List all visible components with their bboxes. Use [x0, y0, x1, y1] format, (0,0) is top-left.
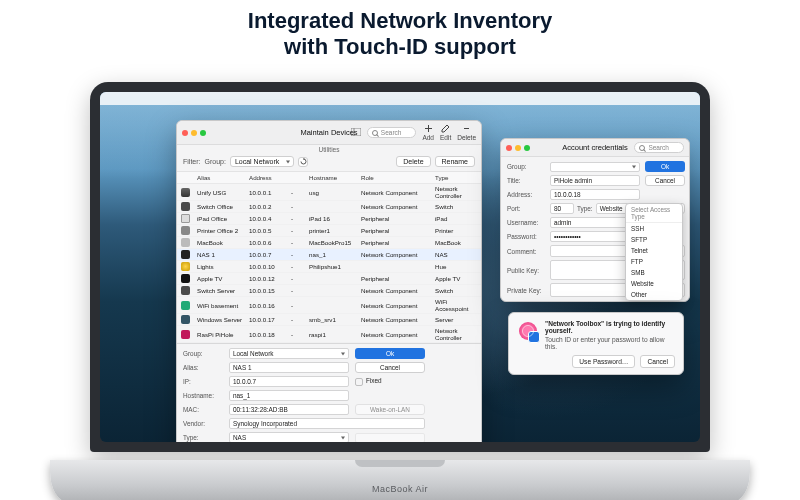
macos-menubar — [100, 92, 700, 105]
column-header[interactable]: Type — [435, 174, 477, 181]
dropdown-option[interactable]: Other — [626, 289, 682, 300]
devices-table: AliasAddressHostnameRoleType Unify USG10… — [177, 172, 481, 343]
window-subtitle: Utilities — [319, 146, 340, 153]
headline-line2: with Touch-ID support — [0, 34, 800, 60]
touchid-heading: "Network Toolbox" is trying to identify … — [545, 320, 675, 334]
fixed-checkbox[interactable]: Fixed — [355, 377, 425, 385]
group-select[interactable]: Local Network — [230, 156, 294, 167]
touchid-icon — [517, 320, 539, 342]
search-icon — [372, 130, 378, 136]
dropdown-option[interactable]: SSH — [626, 223, 682, 234]
detail-hostname-input[interactable]: nas_1 — [229, 390, 349, 401]
device-icon — [181, 238, 190, 247]
search-input[interactable]: Search — [634, 142, 684, 153]
dropdown-option[interactable]: SMB — [626, 267, 682, 278]
detail-mac-input[interactable]: 00:11:32:28:AD:BB — [229, 404, 349, 415]
table-row[interactable]: Switch Office10.0.0.2-Network ComponentS… — [177, 201, 481, 213]
device-icon — [181, 301, 190, 310]
search-input[interactable]: Search — [367, 127, 417, 138]
detail-vendor-field: Synology Incorporated — [229, 418, 425, 429]
table-row[interactable]: iPad Office10.0.0.4-iPad 16PeripheraliPa… — [177, 213, 481, 225]
table-header: AliasAddressHostnameRoleType — [177, 172, 481, 184]
cred-group-select[interactable] — [550, 162, 640, 172]
cred-ok-button[interactable]: Ok — [645, 161, 685, 172]
app-icon — [528, 331, 540, 343]
device-icon — [181, 315, 190, 324]
headline-line1: Integrated Network Inventory — [0, 8, 800, 34]
detail-ip-input[interactable]: 10.0.0.7 — [229, 376, 349, 387]
table-row[interactable]: Windows Server10.0.0.17-smb_srv1Network … — [177, 314, 481, 326]
rename-group-button[interactable]: Rename — [435, 156, 475, 167]
cred-title-input[interactable]: PiHole admin — [550, 175, 640, 186]
touchid-subtext: Touch ID or enter your password to allow… — [545, 336, 675, 350]
fullscreen-icon[interactable] — [200, 130, 206, 136]
fullscreen-icon[interactable] — [524, 145, 530, 151]
cred-port-input[interactable]: 80 — [550, 203, 574, 214]
wake-on-lan-button[interactable]: Wake-on-LAN — [355, 404, 425, 415]
desktop-background: Maintain Devices Utilities Search Add Ed… — [100, 92, 700, 442]
access-type-dropdown: Select Access Type SSHSFTPTelnetFTPSMBWe… — [625, 203, 683, 301]
close-icon[interactable] — [506, 145, 512, 151]
cred-cancel-button[interactable]: Cancel — [645, 175, 685, 186]
marketing-headline: Integrated Network Inventory with Touch-… — [0, 0, 800, 60]
detail-ok-button[interactable]: Ok — [355, 348, 425, 359]
device-detail-pane: Group: Local Network Ok Alias: NAS 1 Can… — [177, 343, 481, 442]
dropdown-option[interactable]: FTP — [626, 256, 682, 267]
filter-label: Filter: — [183, 158, 201, 165]
detail-group-select[interactable]: Local Network — [229, 348, 349, 359]
device-icon — [181, 274, 190, 283]
search-icon — [639, 145, 645, 151]
minimize-icon[interactable] — [191, 130, 197, 136]
detail-alias-input[interactable]: NAS 1 — [229, 362, 349, 373]
table-row[interactable]: Lights10.0.0.10-Philipshue1Hue — [177, 261, 481, 273]
table-row[interactable]: Unify USG10.0.0.1-usgNetwork ComponentNe… — [177, 184, 481, 201]
touchid-cancel-button[interactable]: Cancel — [640, 355, 675, 368]
delete-button[interactable]: Delete — [457, 124, 476, 141]
window-title: Maintain Devices — [300, 128, 357, 137]
device-icon — [181, 330, 190, 339]
window-title: Account credentials — [562, 143, 627, 152]
column-header[interactable]: Role — [361, 174, 433, 181]
minimize-icon[interactable] — [515, 145, 521, 151]
account-credentials-window: Account credentials Search Group: Ok Tit… — [500, 138, 690, 302]
device-icon — [181, 214, 190, 223]
dropdown-option[interactable]: Telnet — [626, 245, 682, 256]
device-icon — [181, 202, 190, 211]
device-icon — [181, 188, 190, 197]
group-label: Group: — [205, 158, 226, 165]
device-icon — [181, 262, 190, 271]
table-row[interactable]: RasPi PiHole10.0.0.18-raspi1Network Comp… — [177, 326, 481, 343]
refresh-button[interactable] — [298, 157, 308, 167]
column-header[interactable]: Hostname — [309, 174, 359, 181]
table-row[interactable]: Switch Server10.0.0.15-Network Component… — [177, 285, 481, 297]
add-button[interactable]: Add — [422, 124, 434, 141]
dropdown-option[interactable]: Website — [626, 278, 682, 289]
dropdown-placeholder: Select Access Type — [626, 204, 682, 223]
table-row[interactable]: Printer Office 210.0.0.5-printer1Periphe… — [177, 225, 481, 237]
table-row[interactable]: MacBook10.0.0.6-MacBookPro15PeripheralMa… — [177, 237, 481, 249]
dropdown-option[interactable]: SFTP — [626, 234, 682, 245]
touchid-dialog: "Network Toolbox" is trying to identify … — [508, 312, 684, 375]
table-row[interactable]: NAS 110.0.0.7-nas_1Network ComponentNAS — [177, 249, 481, 261]
use-password-button[interactable]: Use Password… — [572, 355, 635, 368]
cred-address-input[interactable]: 10.0.0.18 — [550, 189, 640, 200]
close-icon[interactable] — [182, 130, 188, 136]
maintain-devices-window: Maintain Devices Utilities Search Add Ed… — [176, 120, 482, 442]
table-row[interactable]: Apple TV10.0.0.12-PeripheralApple TV — [177, 273, 481, 285]
device-icon — [181, 250, 190, 259]
column-header[interactable]: Address — [249, 174, 289, 181]
detail-type-select[interactable]: NAS — [229, 432, 349, 442]
device-icon — [181, 226, 190, 235]
laptop-mockup: Maintain Devices Utilities Search Add Ed… — [50, 82, 750, 500]
delete-group-button[interactable]: Delete — [396, 156, 430, 167]
edit-button[interactable]: Edit — [440, 124, 451, 141]
laptop-brand: MacBook Air — [372, 484, 428, 494]
table-row[interactable]: WiFi basement10.0.0.16-Network Component… — [177, 297, 481, 314]
device-icon — [181, 286, 190, 295]
column-header[interactable]: Alias — [197, 174, 247, 181]
detail-cancel-button[interactable]: Cancel — [355, 362, 425, 373]
